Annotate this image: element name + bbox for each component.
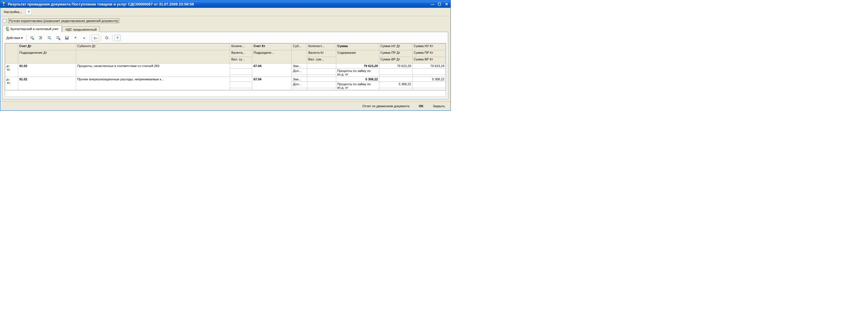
col-subconto-dt[interactable]: Субконто Дт [76, 44, 230, 50]
col-sum-pr-dt[interactable]: Сумма ПР Дт [379, 50, 412, 57]
col-sum-nu-kt[interactable]: Сумма НУ Кт [412, 44, 445, 50]
table-row[interactable]: Дт Кт 91.02 Проценты, начисленные в соот… [5, 64, 446, 69]
cell-sum-pr-dt[interactable]: 5 308,22 [379, 82, 412, 88]
cell-currency-kt[interactable] [307, 69, 336, 75]
tab-strip: Дт Кт Бухгалтерский и налоговый учет НДС… [3, 25, 448, 32]
add-row-icon[interactable] [28, 34, 36, 41]
table-row[interactable]: Дт Кт 91.02 Прочие внереализационные рас… [5, 77, 446, 82]
move-down-icon[interactable] [81, 34, 88, 41]
col-qty-dt[interactable]: Количе... [230, 44, 252, 50]
close-form-button[interactable]: Закрыть [430, 103, 448, 109]
cell-sum-vr-kt[interactable] [412, 75, 445, 77]
cell-qty-kt[interactable] [307, 64, 336, 69]
col-subconto-kt[interactable]: Суб... [292, 44, 307, 50]
cell-sum-vr-dt[interactable] [379, 88, 412, 90]
maximize-button[interactable]: ☐ [437, 1, 442, 7]
help-icon[interactable]: ? [26, 9, 32, 15]
ok-button[interactable]: OK [415, 103, 427, 109]
col-cur-sum-kt[interactable]: Вал. сум... [307, 57, 336, 64]
col-sum[interactable]: Сумма [336, 44, 379, 50]
dtkt-icon: Дт Кт [6, 27, 9, 31]
col-sum-vr-dt[interactable]: Сумма ВР Дт [379, 57, 412, 64]
tab-panel: Действия ▾ Σн ? [3, 32, 448, 99]
cell-cur-sum-kt[interactable] [307, 88, 336, 90]
cell-currency-dt[interactable] [230, 69, 252, 75]
col-sub-dt-2[interactable] [76, 50, 230, 64]
delete-row-icon[interactable] [54, 34, 62, 41]
refresh-icon[interactable] [103, 34, 111, 41]
cell-subconto-kt-2[interactable]: Дол... [292, 69, 307, 75]
cell-qty-kt[interactable] [307, 77, 336, 82]
row-icon: Дт Кт [5, 64, 18, 77]
manual-edit-checkbox[interactable] [3, 19, 6, 23]
cell-sum-pr-kt[interactable] [412, 69, 445, 75]
sigma-icon[interactable]: Σн [92, 34, 99, 41]
grid-help-icon[interactable]: ? [114, 35, 121, 41]
cell-subconto-kt-1[interactable]: Заи... [292, 64, 307, 69]
col-icon[interactable] [5, 44, 18, 64]
separator [26, 35, 27, 41]
copy-row-icon[interactable] [46, 34, 53, 41]
col-dept-kt[interactable]: Подразделе... [252, 50, 292, 64]
col-sum-nu-dt[interactable]: Сумма НУ Дт [379, 44, 412, 50]
actions-dropdown[interactable]: Действия ▾ [5, 35, 25, 41]
entries-grid[interactable]: Счет Дт Субконто Дт Количе... Счет Кт Су… [5, 43, 446, 97]
move-up-icon[interactable] [72, 34, 79, 41]
cell-subconto-dt[interactable]: Проценты, начисленные в соответствии со … [76, 64, 230, 77]
cell-content[interactable]: Проценты по займу по вх.д. от [336, 69, 379, 77]
col-sum-vr-kt[interactable]: Сумма ВР Кт [412, 57, 445, 64]
cell-currency-kt[interactable] [307, 82, 336, 88]
cell-sum-pr-kt[interactable] [412, 82, 445, 88]
cell-account-kt[interactable]: 67.04 [252, 77, 292, 90]
save-icon[interactable] [63, 34, 71, 41]
cell-content[interactable]: Проценты по займу по вх.д. от [336, 82, 379, 90]
col-dept-dt[interactable]: Подразделение Дт [18, 50, 76, 64]
col-currency-dt[interactable]: Валюта... [230, 50, 252, 57]
cell-cur-sum-kt[interactable] [307, 75, 336, 77]
cell-subconto-dt[interactable]: Прочие внереализационные расходы, неприн… [76, 77, 230, 90]
cell-currency-dt[interactable] [230, 82, 252, 88]
svg-rect-13 [66, 36, 68, 38]
cell-sum-vr-dt[interactable] [379, 75, 412, 77]
separator [101, 35, 101, 41]
svg-rect-8 [48, 36, 51, 37]
cell-sum-nu-dt[interactable]: 79 623,29 [379, 64, 412, 69]
separator [112, 35, 113, 41]
cell-account-dt[interactable]: 91.02 [18, 77, 76, 90]
cell-subconto-kt-1[interactable]: Заи... [292, 77, 307, 82]
svg-rect-0 [3, 2, 5, 4]
col-account-kt[interactable]: Счет Кт [252, 44, 292, 50]
menu-settings[interactable]: Настройка... [2, 9, 24, 14]
cell-cur-sum-dt[interactable] [230, 75, 252, 77]
cell-account-kt[interactable]: 67.04 [252, 64, 292, 77]
tab-accounting[interactable]: Дт Кт Бухгалтерский и налоговый учет [3, 25, 62, 32]
report-button[interactable]: Отчет по движениям документа [359, 103, 413, 109]
col-account-dt[interactable]: Счет Дт [18, 44, 76, 50]
insert-row-icon[interactable] [37, 34, 44, 41]
cell-sum-pr-dt[interactable] [379, 69, 412, 75]
col-sum-pr-kt[interactable]: Сумма ПР Кт [412, 50, 445, 57]
cell-subconto-kt-3[interactable] [292, 88, 307, 90]
cell-sum-nu-kt[interactable]: 79 623,29 [412, 64, 445, 69]
close-button[interactable]: ✕ [443, 1, 450, 7]
cell-account-dt[interactable]: 91.02 [18, 64, 76, 77]
cell-qty-dt[interactable] [230, 77, 252, 82]
cell-sum-vr-kt[interactable] [412, 88, 445, 90]
col-content[interactable]: Содержание [336, 50, 379, 64]
cell-subconto-kt-3[interactable] [292, 75, 307, 77]
cell-qty-dt[interactable] [230, 64, 252, 69]
col-cur-sum-dt[interactable]: Вал. су... [230, 57, 252, 64]
cell-cur-sum-dt[interactable] [230, 88, 252, 90]
cell-sum[interactable]: 5 308,22 [336, 77, 379, 82]
tab-vat[interactable]: НДС предъявленный [62, 26, 100, 32]
col-sub-kt-2[interactable] [292, 50, 307, 64]
col-currency-kt[interactable]: Валюта Кт [307, 50, 336, 57]
cell-sum-nu-kt[interactable]: 5 308,22 [412, 77, 445, 82]
cell-subconto-kt-2[interactable]: Дол... [292, 82, 307, 88]
cell-sum[interactable]: 79 623,29 [336, 64, 379, 69]
cell-sum-nu-dt[interactable] [379, 77, 412, 82]
col-qty-kt[interactable]: Количест... [307, 44, 336, 50]
titlebar[interactable]: Результат проведения документа Поступлен… [0, 0, 451, 8]
minimize-button[interactable]: — [430, 1, 435, 7]
manual-edit-label[interactable]: Ручная корректировка (разрешает редактир… [8, 19, 119, 23]
